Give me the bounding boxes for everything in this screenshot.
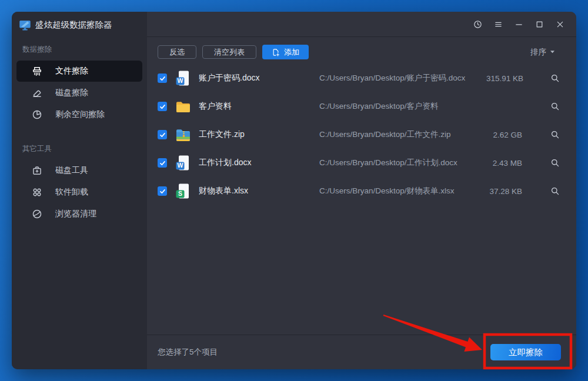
main-panel: 反选 清空列表 添加 排序 — [147, 12, 576, 369]
minimize-icon[interactable] — [512, 17, 526, 31]
toolbox-icon — [32, 165, 42, 176]
file-path: C:/Users/Bryan/Desktop/工作计划.docx — [319, 158, 486, 168]
file-name: 财物表单.xlsx — [199, 186, 319, 196]
checkbox-checked[interactable] — [158, 102, 167, 111]
file-row[interactable]: S 财物表单.xlsx C:/Users/Bryan/Desktop/财物表单.… — [158, 177, 568, 205]
file-list: W 账户于密码.docx C:/Users/Bryan/Desktop/账户于密… — [147, 64, 576, 335]
file-path: C:/Users/Bryan/Desktop/财物表单.xlsx — [319, 186, 486, 196]
chevron-down-icon — [550, 50, 555, 54]
file-path: C:/Users/Bryan/Desktop/客户资料 — [319, 101, 486, 112]
sidebar-item-eraser[interactable]: 磁盘擦除 — [16, 82, 142, 103]
search-icon[interactable] — [542, 73, 568, 83]
file-size: 2.43 MB — [486, 159, 542, 168]
browser-globe-icon — [32, 209, 42, 219]
checkbox-checked[interactable] — [158, 186, 167, 196]
sidebar-item-label: 磁盘擦除 — [55, 88, 88, 98]
desktop-background: 盛炫超级数据擦除器 数据擦除文件擦除磁盘擦除剩余空间擦除其它工具磁盘工具软件卸载… — [0, 0, 588, 381]
search-icon[interactable] — [542, 102, 568, 111]
erase-now-button[interactable]: 立即擦除 — [490, 344, 561, 360]
sidebar-item-pie-chart[interactable]: 剩余空间擦除 — [16, 104, 142, 125]
file-name: 客户资料 — [199, 101, 319, 112]
shredder-icon — [32, 66, 42, 76]
sidebar-nav: 数据擦除文件擦除磁盘擦除剩余空间擦除其它工具磁盘工具软件卸载浏览器清理 — [12, 38, 147, 225]
file-size: 315.91 KB — [486, 74, 542, 83]
add-files-button[interactable]: 添加 — [262, 45, 309, 59]
file-row[interactable]: 工作文件.zip C:/Users/Bryan/Desktop/工作文件.zip… — [158, 121, 568, 149]
checkbox-checked[interactable] — [158, 73, 167, 83]
app-logo-icon — [19, 19, 31, 31]
sort-label: 排序 — [530, 47, 546, 58]
pie-chart-icon — [32, 109, 42, 120]
titlebar — [147, 12, 576, 37]
sidebar-item-shredder[interactable]: 文件擦除 — [16, 61, 142, 82]
checkbox-checked[interactable] — [158, 158, 167, 168]
sidebar-item-label: 软件卸载 — [55, 187, 88, 198]
xlsx-icon: S — [175, 183, 199, 199]
sidebar-section-label: 数据擦除 — [12, 38, 147, 61]
sidebar-item-apps-grid[interactable]: 软件卸载 — [16, 182, 142, 203]
sidebar-item-label: 文件擦除 — [55, 66, 88, 76]
footer-bar: 您选择了5个项目 立即擦除 — [147, 335, 576, 369]
maximize-icon[interactable] — [532, 17, 546, 31]
sidebar-item-toolbox[interactable]: 磁盘工具 — [16, 160, 142, 181]
svg-text:S: S — [178, 190, 182, 197]
toolbar: 反选 清空列表 添加 排序 — [147, 37, 576, 59]
sidebar-section-label: 其它工具 — [12, 137, 147, 160]
invert-selection-button[interactable]: 反选 — [158, 45, 196, 59]
app-title: 盛炫超级数据擦除器 — [12, 12, 147, 38]
search-icon[interactable] — [542, 130, 568, 139]
selection-count-text: 您选择了5个项目 — [158, 347, 218, 357]
file-path: C:/Users/Bryan/Desktop/账户于密码.docx — [319, 73, 486, 83]
folder-icon — [175, 98, 199, 115]
docx-icon: W — [175, 155, 199, 171]
file-size: 37.28 KB — [486, 187, 542, 196]
clear-list-label: 清空列表 — [214, 47, 245, 58]
sidebar-item-label: 浏览器清理 — [55, 209, 96, 219]
file-name: 工作计划.docx — [199, 158, 319, 168]
file-name: 账户于密码.docx — [199, 73, 319, 83]
clear-list-button[interactable]: 清空列表 — [202, 45, 256, 59]
app-title-text: 盛炫超级数据擦除器 — [35, 19, 112, 31]
window-controls — [470, 17, 567, 31]
file-row[interactable]: W 工作计划.docx C:/Users/Bryan/Desktop/工作计划.… — [158, 149, 568, 177]
close-icon[interactable] — [553, 17, 567, 31]
docx-icon: W — [175, 70, 199, 86]
file-size: 2.62 GB — [486, 131, 542, 139]
search-icon[interactable] — [542, 186, 568, 196]
sidebar: 盛炫超级数据擦除器 数据擦除文件擦除磁盘擦除剩余空间擦除其它工具磁盘工具软件卸载… — [12, 12, 147, 369]
file-name: 工作文件.zip — [199, 129, 319, 140]
search-icon[interactable] — [542, 158, 568, 168]
app-window: 盛炫超级数据擦除器 数据擦除文件擦除磁盘擦除剩余空间擦除其它工具磁盘工具软件卸载… — [12, 12, 576, 369]
svg-text:W: W — [178, 77, 183, 84]
sidebar-item-browser-globe[interactable]: 浏览器清理 — [16, 203, 142, 225]
eraser-icon — [32, 88, 42, 98]
zip-icon — [175, 126, 199, 143]
invert-selection-label: 反选 — [169, 47, 185, 58]
file-path: C:/Users/Bryan/Desktop/工作文件.zip — [319, 129, 486, 140]
sidebar-item-label: 磁盘工具 — [55, 165, 88, 176]
clock-icon[interactable] — [470, 17, 485, 31]
checkbox-checked[interactable] — [158, 130, 167, 139]
file-row[interactable]: 客户资料 C:/Users/Bryan/Desktop/客户资料 — [158, 92, 568, 121]
sidebar-item-label: 剩余空间擦除 — [55, 109, 105, 120]
file-row[interactable]: W 账户于密码.docx C:/Users/Bryan/Desktop/账户于密… — [158, 64, 568, 92]
menu-icon[interactable] — [491, 17, 505, 31]
svg-text:W: W — [178, 162, 183, 169]
apps-grid-icon — [32, 187, 42, 198]
add-files-label: 添加 — [284, 47, 299, 58]
sort-dropdown[interactable]: 排序 — [530, 47, 561, 58]
file-plus-icon — [272, 48, 280, 56]
